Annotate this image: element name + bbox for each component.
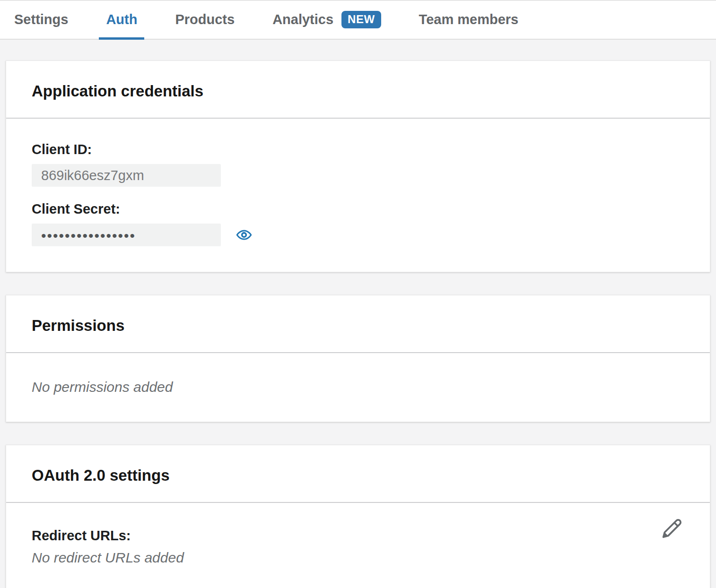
tab-label: Team members bbox=[419, 12, 519, 27]
client-secret-row: •••••••••••••••• bbox=[32, 224, 684, 246]
card-body: No permissions added bbox=[6, 353, 710, 422]
card-body: Client ID: 869ik66esz7gxm Client Secret:… bbox=[6, 119, 710, 272]
tab-products[interactable]: Products bbox=[168, 0, 242, 39]
card-body: Redirect URLs: No redirect URLs added bbox=[6, 503, 710, 588]
client-secret-value: •••••••••••••••• bbox=[32, 224, 221, 246]
card-title: Permissions bbox=[32, 316, 684, 335]
pencil-icon bbox=[662, 518, 682, 539]
new-badge: NEW bbox=[341, 11, 381, 28]
permissions-empty-text: No permissions added bbox=[32, 379, 684, 396]
eye-icon bbox=[236, 227, 252, 243]
tab-analytics[interactable]: Analytics NEW bbox=[265, 0, 388, 39]
card-title: OAuth 2.0 settings bbox=[32, 466, 684, 485]
card-header: OAuth 2.0 settings bbox=[6, 445, 710, 503]
card-title: Application credentials bbox=[32, 82, 684, 101]
tab-settings[interactable]: Settings bbox=[7, 0, 75, 39]
permissions-card: Permissions No permissions added bbox=[6, 295, 710, 422]
client-id-label: Client ID: bbox=[32, 141, 684, 157]
tab-label: Analytics bbox=[272, 12, 333, 27]
card-header: Application credentials bbox=[6, 61, 710, 119]
application-credentials-card: Application credentials Client ID: 869ik… bbox=[6, 61, 710, 272]
oauth-settings-card: OAuth 2.0 settings Redirect URLs: No red… bbox=[6, 445, 710, 588]
card-header: Permissions bbox=[6, 295, 710, 353]
tab-bar: Settings Auth Products Analytics NEW Tea… bbox=[0, 0, 716, 40]
tab-label: Products bbox=[175, 12, 235, 27]
edit-redirect-urls-button[interactable] bbox=[662, 518, 682, 539]
tab-label: Auth bbox=[106, 12, 137, 27]
client-id-value: 869ik66esz7gxm bbox=[32, 164, 221, 187]
show-secret-button[interactable] bbox=[236, 227, 252, 243]
main-content: Application credentials Client ID: 869ik… bbox=[0, 40, 716, 588]
redirect-urls-empty-text: No redirect URLs added bbox=[32, 549, 684, 566]
tab-team-members[interactable]: Team members bbox=[412, 0, 526, 39]
redirect-urls-label: Redirect URLs: bbox=[32, 527, 684, 544]
client-secret-label: Client Secret: bbox=[32, 201, 684, 217]
tab-auth[interactable]: Auth bbox=[99, 0, 144, 39]
tab-label: Settings bbox=[14, 12, 68, 27]
